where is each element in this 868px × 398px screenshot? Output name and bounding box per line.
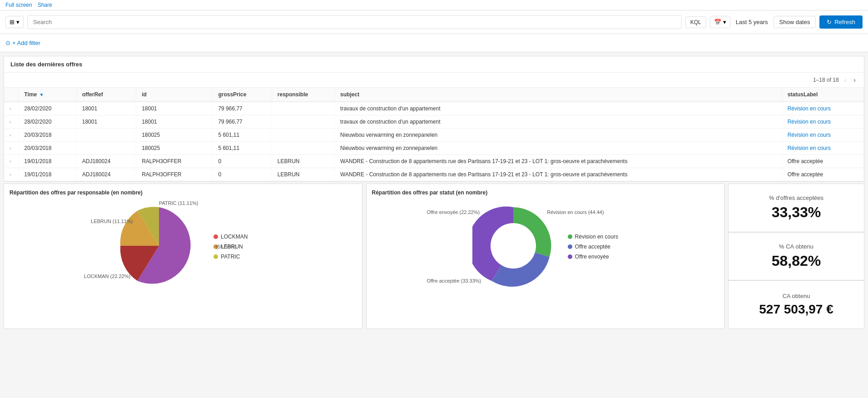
kql-button[interactable]: KQL [685,16,706,28]
legend-dot-patric [213,254,218,259]
expand-arrow-icon: › [10,146,11,151]
pie-chart-1-title: Répartition des offres par responsable (… [10,189,357,196]
prev-page-button[interactable]: ‹ [843,75,848,85]
donut-hole [491,223,536,269]
pie-chart-2-svg-container: Offre envoyée (22.22%) Révision en cours… [472,205,554,288]
lockman-label: LOCKMAN (22.22%) [84,274,130,279]
menu-button[interactable]: ⊞ ▾ [5,16,24,28]
cell-responsible: LEBRUN [272,168,334,181]
show-dates-button[interactable]: Show dates [774,16,816,28]
cell-time: 28/02/2020 [19,115,76,129]
filter-icon: ⊙ [5,40,10,46]
cell-id: RALPH3OFFER [136,168,213,181]
cell-time: 20/03/2018 [19,142,76,155]
stat-ca-pct: % CA obtenu 58,82% [728,232,864,281]
table-row[interactable]: › 20/03/2018 180025 5 601,11 Nieuwbou ve… [4,142,864,155]
expand-cell: › [4,102,19,115]
legend-label-lockman: LOCKMAN [221,234,248,240]
fullscreen-link[interactable]: Full screen [5,2,32,8]
cell-status: Révision en cours [782,142,863,155]
cell-offerRef: 18001 [76,102,136,115]
table-row[interactable]: › 28/02/2020 18001 18001 79 966,77 trava… [4,102,864,115]
cell-status: Offre acceptée [782,168,863,181]
table-row[interactable]: › 28/02/2020 18001 18001 79 966,77 trava… [4,115,864,129]
col-grossPrice: grossPrice [213,88,272,102]
cell-time: 28/02/2020 [19,102,76,115]
cell-id: 18001 [136,102,213,115]
acceptee-label: Offre acceptée (33.33%) [427,278,481,284]
next-page-button[interactable]: › [852,75,858,85]
pie-chart-2-panel: Répartition des offres par statut (en no… [366,184,725,329]
share-link[interactable]: Share [38,2,52,8]
add-filter-button[interactable]: + Add filter [12,40,40,46]
legend-item-envoyee: Offre envoyée [568,254,618,260]
cell-offerRef: ADJ180024 [76,155,136,168]
expand-cell: › [4,129,19,142]
refresh-button[interactable]: ↻ Refresh [819,15,863,29]
col-statusLabel: statusLabel [782,88,863,102]
col-id: id [136,88,213,102]
cell-responsible [272,102,334,115]
cell-status: Offre acceptée [782,155,863,168]
legend-item-acceptee: Offre acceptée [568,244,618,250]
cell-time: 20/03/2018 [19,129,76,142]
cell-subject: travaux de construction d'un appartement [335,102,782,115]
expand-cell: › [4,115,19,129]
table-row[interactable]: › 19/01/2018 ADJ180024 RALPH3OFFER 0 LEB… [4,155,864,168]
cell-grossPrice: 79 966,77 [213,102,272,115]
expand-cell: › [4,155,19,168]
stat-ca-value: 527 503,97 € [759,302,833,317]
legend-dot-envoyee [568,254,572,259]
data-table: Time ▼ offerRef id grossPrice responsibl… [4,88,864,181]
cell-subject: WANDRE - Construction de 8 appartements … [335,168,782,181]
cell-id: 18001 [136,115,213,129]
pie-chart-2-legend: Révision en cours Offre acceptée Offre e… [568,234,618,260]
search-input[interactable] [27,15,682,29]
legend-label-envoyee: Offre envoyée [575,254,609,260]
calendar-button[interactable]: 📅 ▾ [710,16,730,28]
pie-chart-1-panel: Répartition des offres par responsable (… [4,184,362,329]
col-offerRef: offerRef [76,88,136,102]
bottom-panels: Répartition des offres par responsable (… [0,184,868,333]
expand-arrow-icon: › [10,133,11,138]
table-row[interactable]: › 20/03/2018 180025 5 601,11 Nieuwbou ve… [4,129,864,142]
cell-id: RALPH3OFFER [136,155,213,168]
filter-bar: ⊙ + Add filter [0,34,868,52]
table-body: › 28/02/2020 18001 18001 79 966,77 trava… [4,102,864,181]
pie-chart-1-svg-container: PATRIC (11.11%) LEBRUN (11.11%) LOCKMAN … [118,205,200,288]
table-row[interactable]: › 19/01/2018 ADJ180024 RALPH3OFFER 0 LEB… [4,168,864,181]
expand-arrow-icon: › [10,159,11,164]
cell-offerRef: ADJ180024 [76,168,136,181]
legend-label-acceptee: Offre acceptée [575,244,611,250]
cell-responsible [272,129,334,142]
cell-responsible [272,115,334,129]
cell-grossPrice: 79 966,77 [213,115,272,129]
legend-dot-revision [568,234,572,239]
col-subject: subject [335,88,782,102]
table-wrapper: Time ▼ offerRef id grossPrice responsibl… [4,88,864,181]
stat-accepted-pct-value: 33,33% [772,204,821,221]
col-time: Time ▼ [19,88,76,102]
sort-icon: ▼ [39,92,44,97]
envoyee-label: Offre envoyée (22.22%) [427,209,480,215]
expand-cell: › [4,142,19,155]
cell-responsible: LEBRUN [272,155,334,168]
toolbar: ⊞ ▾ KQL 📅 ▾ Last 5 years Show dates ↻ Re… [0,10,868,34]
stat-accepted-pct-label: % d'offres acceptées [769,194,823,201]
legend-label-revision: Révision en cours [575,234,618,240]
revision-label: Révision en cours (44.44) [547,209,604,215]
cell-status: Révision en cours [782,102,863,115]
expand-arrow-icon: › [10,119,11,124]
nav-bar: Full screen Share [0,0,868,10]
legend-item-lockman: LOCKMAN [213,234,248,240]
legend-dot-lockman [213,234,218,239]
legend-item-revision: Révision en cours [568,234,618,240]
stat-ca-label: CA obtenu [783,293,810,299]
cell-id: 180025 [136,142,213,155]
cell-grossPrice: 0 [213,155,272,168]
stat-ca: CA obtenu 527 503,97 € [728,280,864,329]
center-label: (55.56%) [216,244,236,249]
patric-label: PATRIC (11.11%) [159,200,198,206]
pie-chart-2-title: Répartition des offres par statut (en no… [372,189,719,196]
cell-offerRef [76,129,136,142]
